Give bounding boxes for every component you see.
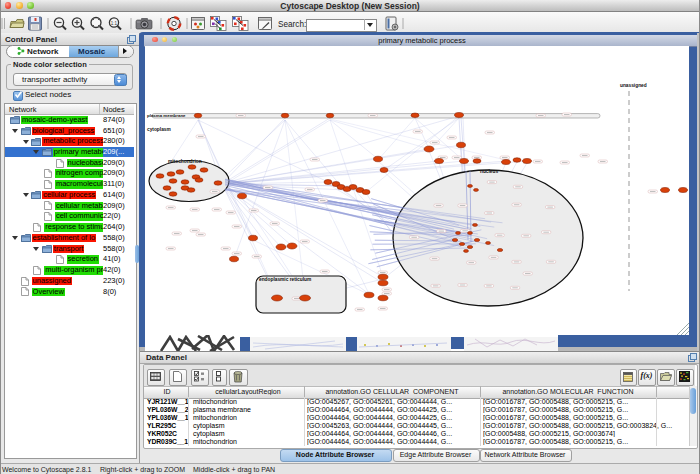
- svg-text:nucleus: nucleus: [480, 169, 498, 174]
- svg-text:1:1: 1:1: [111, 21, 118, 26]
- svg-text:mitochondrion: mitochondrion: [168, 159, 202, 164]
- svg-text:endoplasmic reticulum: endoplasmic reticulum: [259, 277, 311, 282]
- svg-text:plasma membrane: plasma membrane: [147, 113, 186, 118]
- svg-text:cytoplasm: cytoplasm: [147, 127, 171, 132]
- svg-text:unassigned: unassigned: [620, 83, 647, 88]
